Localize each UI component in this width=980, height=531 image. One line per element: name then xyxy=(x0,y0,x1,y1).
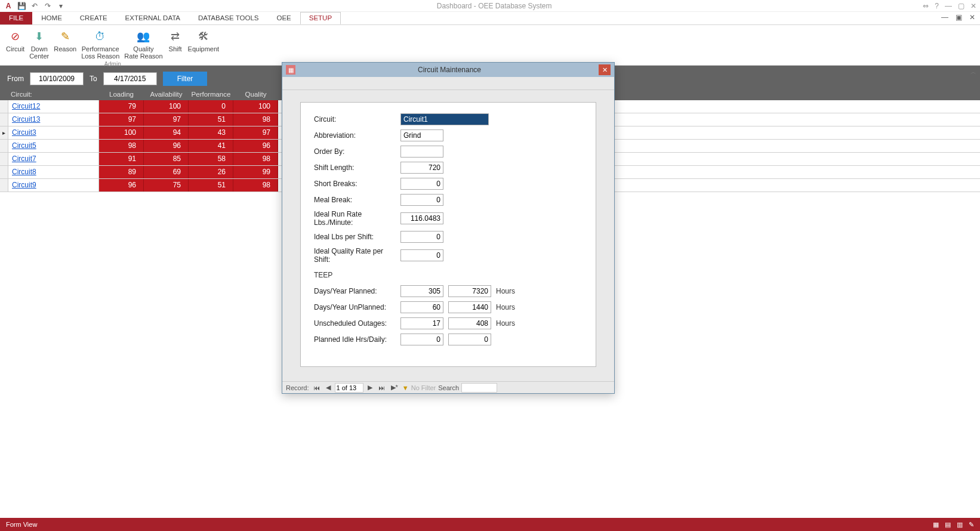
filter-icon[interactable]: ▼ xyxy=(402,384,409,391)
col-quality: Quality xyxy=(233,91,278,98)
save-icon[interactable]: 💾 xyxy=(17,1,26,11)
tab-setup[interactable]: SETUP xyxy=(300,12,341,24)
record-position-input[interactable] xyxy=(335,383,363,393)
ideal-quality-rate-input[interactable] xyxy=(400,249,443,261)
metric-cell: 98 xyxy=(233,113,278,126)
circuit-button[interactable]: ⊘Circuit xyxy=(4,27,27,61)
tab-create[interactable]: CREATE xyxy=(71,12,116,24)
minimize-icon[interactable]: — xyxy=(945,2,952,10)
shift-length-input[interactable] xyxy=(400,162,443,174)
row-selector[interactable] xyxy=(0,140,8,152)
tab-file[interactable]: FILE xyxy=(0,12,32,24)
doc-close-icon[interactable]: ✕ xyxy=(969,13,975,21)
unscheduled-outages-input[interactable] xyxy=(400,317,443,329)
circuit-link[interactable]: Circuit3 xyxy=(8,126,99,139)
metric-cell: 26 xyxy=(189,166,233,178)
metric-cell: 69 xyxy=(144,166,189,178)
prev-record-icon[interactable]: ◀ xyxy=(324,384,332,391)
row-selector[interactable] xyxy=(0,153,8,165)
collapse-ribbon-icon[interactable]: ︿ xyxy=(970,68,976,76)
tab-external-data[interactable]: EXTERNAL DATA xyxy=(116,12,189,24)
first-record-icon[interactable]: ⏮ xyxy=(312,384,322,391)
help-icon[interactable]: ? xyxy=(935,2,939,10)
performance-loss-reason-button[interactable]: ⏱Performance Loss Reason xyxy=(79,27,122,61)
to-date-input[interactable] xyxy=(103,72,157,85)
last-record-icon[interactable]: ⏭ xyxy=(377,384,387,391)
undo-icon[interactable]: ↶ xyxy=(30,1,39,11)
row-selector[interactable] xyxy=(0,113,8,126)
search-label: Search xyxy=(438,384,459,391)
equipment-button[interactable]: 🛠Equipment xyxy=(186,27,222,61)
doc-restore-icon[interactable]: ▣ xyxy=(956,13,962,21)
ribbon-options-icon[interactable]: ⇔ xyxy=(923,2,929,10)
metric-cell: 98 xyxy=(233,153,278,165)
circuit-link[interactable]: Circuit8 xyxy=(8,166,99,178)
quality-rate-reason-button[interactable]: 👥Quality Rate Reason xyxy=(122,27,165,61)
days-year-unplanned-input[interactable] xyxy=(400,301,443,313)
status-bar: Form View ▦ ▤ ▥ ✎ xyxy=(0,518,980,531)
hours-label: Hours xyxy=(496,303,515,311)
ribbon-tabs: FILE HOME CREATE EXTERNAL DATA DATABASE … xyxy=(0,12,980,25)
datasheet-view-icon[interactable]: ▤ xyxy=(945,521,951,529)
from-date-input[interactable] xyxy=(30,72,84,85)
tab-database-tools[interactable]: DATABASE TOOLS xyxy=(189,12,267,24)
search-input[interactable] xyxy=(461,383,497,393)
order-by-input[interactable] xyxy=(400,146,443,158)
shift-button[interactable]: ⇄Shift xyxy=(165,27,186,61)
meal-break-input[interactable] xyxy=(400,194,443,206)
next-record-icon[interactable]: ▶ xyxy=(366,384,374,391)
layout-view-icon[interactable]: ▥ xyxy=(957,521,963,529)
qat-dropdown-icon[interactable]: ▾ xyxy=(56,1,66,11)
document-window-controls: — ▣ ✕ xyxy=(941,13,975,21)
metric-cell: 96 xyxy=(99,179,144,192)
record-label: Record: xyxy=(286,384,309,391)
quality-icon: 👥 xyxy=(135,29,151,44)
design-view-icon[interactable]: ✎ xyxy=(969,521,974,529)
circuit-link[interactable]: Circuit5 xyxy=(8,140,99,152)
ideal-lbs-input[interactable] xyxy=(400,231,443,243)
filter-button[interactable]: Filter xyxy=(163,72,208,86)
metric-cell: 0 xyxy=(189,100,233,113)
from-label: From xyxy=(7,75,24,83)
redo-icon[interactable]: ↷ xyxy=(43,1,53,11)
tab-oee[interactable]: OEE xyxy=(267,12,300,24)
tab-home[interactable]: HOME xyxy=(32,12,71,24)
short-breaks-input[interactable] xyxy=(400,178,443,190)
metric-cell: 91 xyxy=(99,153,144,165)
close-icon[interactable]: ✕ xyxy=(970,2,976,10)
abbreviation-input[interactable] xyxy=(400,129,443,141)
unscheduled-outages-hours-input[interactable] xyxy=(448,317,491,329)
circuit-link[interactable]: Circuit7 xyxy=(8,153,99,165)
row-selector[interactable] xyxy=(0,166,8,178)
circuit-icon: ⊘ xyxy=(8,29,23,44)
metric-cell: 100 xyxy=(99,126,144,139)
down-center-button[interactable]: ⬇Down Center xyxy=(27,27,51,61)
maximize-icon[interactable]: ▢ xyxy=(958,2,964,10)
circuit-input[interactable] xyxy=(400,113,489,125)
row-selector[interactable] xyxy=(0,179,8,192)
circuit-link[interactable]: Circuit9 xyxy=(8,179,99,192)
metric-cell: 94 xyxy=(144,126,189,139)
reason-button[interactable]: ✎Reason xyxy=(51,27,79,61)
planned-idle-hrs2-input[interactable] xyxy=(448,334,491,345)
circuit-link[interactable]: Circuit13 xyxy=(8,113,99,126)
col-availability: Availability xyxy=(144,91,189,98)
short-breaks-label: Short Breaks: xyxy=(314,180,400,188)
ideal-quality-rate-label: Ideal Quality Rate per Shift: xyxy=(314,247,400,264)
ideal-run-rate-input[interactable] xyxy=(400,212,443,224)
unscheduled-outages-label: Unscheduled Outages: xyxy=(314,319,400,328)
days-year-planned-hours-input[interactable] xyxy=(448,285,491,297)
doc-minimize-icon[interactable]: — xyxy=(941,13,948,21)
dialog-close-button[interactable]: ✕ xyxy=(599,64,611,75)
row-selector[interactable] xyxy=(0,100,8,113)
circuit-link[interactable]: Circuit12 xyxy=(8,100,99,113)
row-selector[interactable]: ▸ xyxy=(0,126,8,139)
days-year-planned-input[interactable] xyxy=(400,285,443,297)
new-record-icon[interactable]: ▶* xyxy=(389,384,400,391)
planned-idle-hrs-input[interactable] xyxy=(400,334,443,345)
form-view-icon[interactable]: ▦ xyxy=(933,521,939,529)
record-navigator: Record: ⏮ ◀ ▶ ⏭ ▶* ▼ No Filter Search xyxy=(282,381,614,393)
metric-cell: 98 xyxy=(99,140,144,152)
days-year-unplanned-hours-input[interactable] xyxy=(448,301,491,313)
metric-cell: 85 xyxy=(144,153,189,165)
